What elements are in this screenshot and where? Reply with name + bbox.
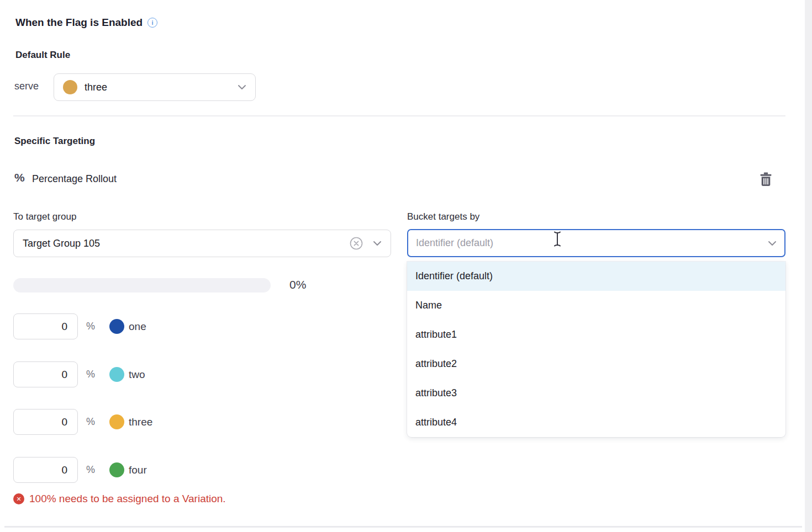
dropdown-option-attribute1[interactable]: attribute1 [407,320,785,349]
dropdown-option-attribute4[interactable]: attribute4 [407,408,785,437]
variation-percent-input[interactable] [13,457,78,483]
serve-label: serve [14,81,39,92]
target-group-value: Target Group 105 [23,238,100,249]
bucket-targets-combobox[interactable] [407,229,785,257]
error-icon: ✕ [13,493,24,504]
dropdown-option-name[interactable]: Name [407,291,785,320]
rule-title: Percentage Rollout [32,173,117,185]
variation-color-dot [109,367,124,382]
bucket-targets-label: Bucket targets by [407,211,479,222]
page-title-text: When the Flag is Enabled [15,17,143,29]
section-divider [4,526,802,528]
dropdown-option-attribute3[interactable]: attribute3 [407,379,785,408]
percent-icon: % [14,171,25,184]
flag-targeting-panel: When the Flag is Enabled i Default Rule … [0,0,812,532]
selected-variation-name: three [85,82,107,93]
percent-symbol: % [86,369,95,380]
trash-icon [759,172,773,187]
percent-symbol: % [86,464,95,476]
chevron-down-icon[interactable] [768,241,777,246]
bucket-targets-dropdown: Identifier (default) Name attribute1 att… [407,262,785,437]
target-group-label: To target group [13,211,76,222]
default-rule-heading: Default Rule [15,50,70,61]
variation-row: % three [13,409,152,435]
rollout-total-percent: 0% [289,278,306,291]
variation-row: % one [13,313,146,339]
dropdown-option-attribute2[interactable]: attribute2 [407,349,785,379]
variation-name: three [129,416,152,428]
variation-percent-input[interactable] [13,409,78,435]
percent-symbol: % [86,321,95,332]
variation-percent-input[interactable] [13,313,78,339]
specific-targeting-heading: Specific Targeting [14,136,95,147]
variation-row: % two [13,361,145,387]
default-variation-select[interactable]: three [54,73,256,101]
info-icon[interactable]: i [147,18,157,28]
variation-row: % four [13,457,147,483]
target-group-select[interactable]: Target Group 105 [13,230,391,257]
variation-color-dot [109,462,124,477]
variation-color-dot [109,414,124,429]
bucket-targets-input[interactable] [416,237,768,249]
chevron-down-icon [373,241,382,246]
dropdown-option-identifier[interactable]: Identifier (default) [407,262,785,291]
variation-name: one [129,321,146,333]
panel-right-edge [805,0,812,532]
percent-symbol: % [86,416,95,428]
variation-name: two [129,369,145,381]
clear-selection-icon[interactable] [349,236,363,251]
variation-percent-input[interactable] [13,361,78,387]
page-title: When the Flag is Enabled i [15,17,157,29]
section-divider [13,115,785,116]
validation-error: ✕ 100% needs to be assigned to a Variati… [13,493,226,505]
error-message: 100% needs to be assigned to a Variation… [29,493,226,505]
delete-rule-button[interactable] [757,170,774,189]
variation-color-dot [63,80,77,94]
chevron-down-icon [238,84,246,90]
rollout-progress-bar [13,278,271,292]
variation-color-dot [109,319,124,334]
variation-name: four [129,464,147,476]
